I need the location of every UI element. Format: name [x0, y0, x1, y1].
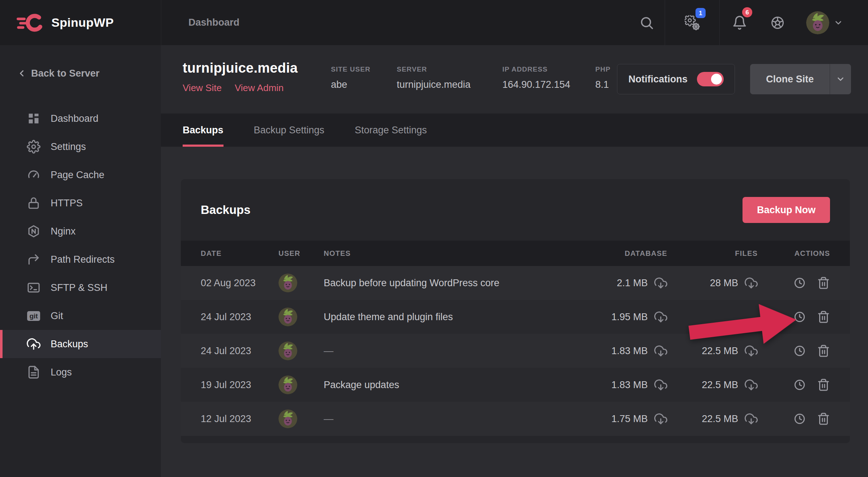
meta-label: SITE USER — [331, 65, 374, 73]
sidebar-item-label: Settings — [51, 141, 86, 152]
topbar-main: Dashboard 1 6 — [161, 0, 868, 45]
header-controls: Notifications Clone Site — [617, 45, 851, 94]
backup-notes: — — [324, 413, 559, 425]
meta-php: PHP8.1 — [595, 65, 613, 90]
sidebar-item-https[interactable]: HTTPS — [0, 189, 161, 217]
backup-user — [278, 409, 324, 428]
backup-now-button[interactable]: Backup Now — [743, 197, 830, 223]
back-to-server-link[interactable]: Back to Server — [0, 64, 161, 83]
tab-backups[interactable]: Backups — [183, 113, 224, 147]
backup-row: 02 Aug 2023Backup before updating WordPr… — [181, 266, 850, 300]
backup-files: 22.5 MB — [667, 412, 758, 425]
sidebar-nav: DashboardSettingsPage CacheHTTPSNginxPat… — [0, 104, 161, 386]
view-site-link[interactable]: View Site — [183, 82, 222, 94]
backup-actions — [758, 412, 830, 425]
meta-value: 8.1 — [595, 79, 613, 90]
view-admin-link[interactable]: View Admin — [235, 82, 284, 94]
sidebar-item-label: HTTPS — [51, 198, 83, 209]
sidebar-item-page-cache[interactable]: Page Cache — [0, 161, 161, 189]
sidebar-item-backups[interactable]: Backups — [0, 330, 161, 358]
search-button[interactable] — [629, 0, 665, 45]
restore-icon[interactable] — [793, 344, 806, 357]
settings-badge: 1 — [695, 8, 706, 18]
meta-label: SERVER — [397, 65, 480, 73]
column-header-actions: ACTIONS — [758, 249, 830, 258]
download-files-icon[interactable] — [745, 378, 758, 391]
site-meta: SITE USERabeSERVERturnipjuice.mediaIP AD… — [331, 45, 613, 90]
sidebar-item-settings[interactable]: Settings — [0, 133, 161, 161]
backup-database: 2.1 MB — [559, 276, 667, 289]
delete-icon[interactable] — [817, 344, 830, 357]
backup-date: 12 Jul 2023 — [201, 413, 278, 425]
notifications-button[interactable]: 6 — [720, 0, 760, 45]
backup-files: 28 MB — [667, 276, 758, 289]
files-size: 22.5 MB — [702, 413, 738, 425]
site-tabs: BackupsBackup SettingsStorage Settings — [161, 113, 868, 147]
account-menu[interactable] — [796, 0, 854, 45]
site-title-block: turnipjuice.media View Site View Admin — [183, 45, 309, 94]
delete-icon[interactable] — [817, 378, 830, 391]
lock-icon — [27, 196, 41, 210]
download-database-icon[interactable] — [654, 412, 667, 425]
backup-actions — [758, 344, 830, 357]
meta-server: SERVERturnipjuice.media — [397, 65, 480, 90]
backup-notes: Package updates — [324, 379, 559, 391]
backup-notes: Update theme and plugin files — [324, 311, 559, 323]
tab-backup-settings[interactable]: Backup Settings — [254, 113, 324, 147]
sidebar-item-label: Dashboard — [51, 113, 98, 124]
delete-icon[interactable] — [817, 276, 830, 289]
table-header: DATEUSERNOTESDATABASEFILESACTIONS — [181, 241, 850, 266]
brand-name: SpinupWP — [51, 16, 114, 30]
files-size: 28 MB — [710, 278, 738, 289]
notifications-label: Notifications — [628, 74, 688, 85]
clone-site-button[interactable]: Clone Site — [750, 64, 851, 94]
download-database-icon[interactable] — [654, 276, 667, 289]
tab-storage-settings[interactable]: Storage Settings — [355, 113, 427, 147]
database-size: 1.75 MB — [611, 413, 648, 425]
site-title: turnipjuice.media — [183, 60, 309, 76]
chevron-down-icon — [834, 18, 843, 27]
column-header-notes: NOTES — [324, 249, 559, 258]
redirect-icon — [27, 253, 41, 266]
column-header-user: USER — [278, 249, 324, 258]
backup-user — [278, 341, 324, 360]
card-title: Backups — [201, 203, 251, 217]
download-database-icon[interactable] — [654, 310, 667, 323]
nginx-icon — [27, 224, 41, 238]
restore-icon[interactable] — [793, 276, 806, 289]
sidebar-item-git[interactable]: gitGit — [0, 302, 161, 330]
sidebar-item-dashboard[interactable]: Dashboard — [0, 104, 161, 133]
delete-icon[interactable] — [817, 310, 830, 323]
file-text-icon — [27, 365, 41, 379]
sidebar-item-sftp-ssh[interactable]: SFTP & SSH — [0, 274, 161, 302]
download-database-icon[interactable] — [654, 344, 667, 357]
sidebar-item-nginx[interactable]: Nginx — [0, 217, 161, 245]
notifications-toggle-box: Notifications — [617, 64, 735, 94]
search-icon — [639, 15, 654, 30]
backup-files: 22.5 MB — [667, 378, 758, 391]
database-size: 2.1 MB — [617, 278, 648, 289]
column-header-files: FILES — [667, 249, 758, 258]
user-avatar — [278, 308, 297, 326]
notifications-toggle[interactable] — [697, 72, 724, 86]
clone-site-dropdown[interactable] — [830, 64, 851, 94]
brand[interactable]: SpinupWP — [0, 0, 161, 45]
sidebar-item-label: SFTP & SSH — [51, 282, 107, 293]
backup-actions — [758, 276, 830, 289]
download-database-icon[interactable] — [654, 378, 667, 391]
server-settings-button[interactable]: 1 — [665, 0, 719, 45]
whats-new-button[interactable] — [760, 0, 796, 45]
download-files-icon[interactable] — [745, 412, 758, 425]
restore-icon[interactable] — [793, 412, 806, 425]
sidebar-item-path-redirects[interactable]: Path Redirects — [0, 245, 161, 274]
delete-icon[interactable] — [817, 412, 830, 425]
download-files-icon[interactable] — [745, 276, 758, 289]
database-size: 1.83 MB — [611, 379, 648, 391]
restore-icon[interactable] — [793, 378, 806, 391]
sidebar-item-label: Path Redirects — [51, 254, 115, 265]
column-header-database: DATABASE — [559, 249, 667, 258]
backup-date: 24 Jul 2023 — [201, 311, 278, 323]
files-size: 22.5 MB — [702, 379, 738, 391]
sidebar-item-logs[interactable]: Logs — [0, 358, 161, 386]
meta-ip-address: IP ADDRESS164.90.172.154 — [502, 65, 573, 90]
